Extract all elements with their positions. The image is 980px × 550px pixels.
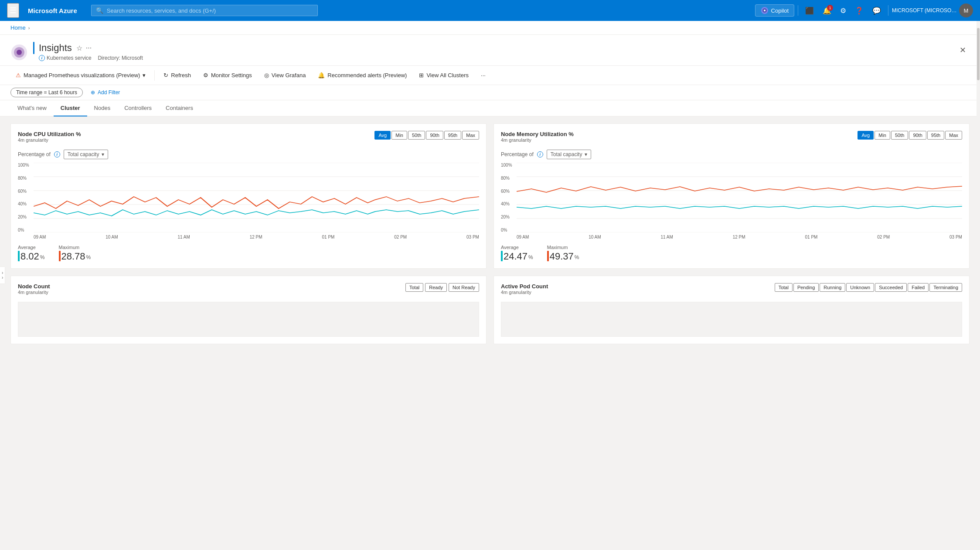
mem-y-axis: 100% 80% 60% 40% 20% 0%	[501, 163, 517, 232]
close-button[interactable]: ✕	[956, 42, 970, 58]
hamburger-menu-button[interactable]: ☰	[7, 3, 19, 18]
cpu-btn-50th[interactable]: 50th	[408, 131, 425, 140]
cpu-avg-legend: Average 8.02 %	[18, 245, 45, 261]
node-count-header: Node Count 4m granularity	[18, 283, 50, 295]
recommended-alerts-button[interactable]: 🔔 Recommended alerts (Preview)	[313, 69, 412, 81]
pod-btn-failed[interactable]: Failed	[908, 283, 929, 292]
mem-btn-90th[interactable]: 90th	[909, 131, 926, 140]
tab-cluster[interactable]: Cluster	[54, 100, 87, 116]
mem-max-label: Maximum	[547, 245, 579, 250]
pod-btn-total[interactable]: Total	[775, 283, 793, 292]
refresh-icon: ↻	[163, 72, 168, 79]
mem-btn-max[interactable]: Max	[945, 131, 962, 140]
add-filter-button[interactable]: ⊕ Add Filter	[86, 88, 124, 97]
mem-pct-dropdown[interactable]: Total capacity ▾	[547, 150, 592, 159]
memory-chart-svg	[517, 163, 962, 232]
notifications-button[interactable]: 🔔 1	[819, 3, 835, 18]
mem-btn-95th[interactable]: 95th	[927, 131, 944, 140]
favorite-button[interactable]: ☆	[76, 44, 82, 52]
mem-x-10am: 10 AM	[589, 235, 601, 239]
memory-chart-subtitle: 4m granularity	[501, 137, 574, 143]
global-search-box[interactable]: 🔍 Search resources, services, and docs (…	[91, 5, 318, 16]
monitor-settings-button[interactable]: ⚙ Monitor Settings	[198, 69, 257, 81]
scrollbar-track[interactable]	[977, 21, 980, 550]
cpu-info-icon: i	[54, 151, 60, 157]
chevron-right-icon-2: ›	[2, 275, 3, 280]
breadcrumb-home-link[interactable]: Home	[10, 24, 26, 31]
node-count-chart-area	[18, 302, 479, 337]
user-account-label: MICROSOFT (MICROSOFT.ONMI...	[892, 7, 957, 14]
pod-btn-terminating[interactable]: Terminating	[929, 283, 962, 292]
time-range-filter[interactable]: Time range = Last 6 hours	[10, 88, 83, 97]
cpu-max-unit: %	[86, 254, 91, 260]
cpu-btn-95th[interactable]: 95th	[444, 131, 461, 140]
brand-name: Microsoft Azure	[28, 7, 77, 14]
cpu-btn-90th[interactable]: 90th	[426, 131, 443, 140]
cpu-btn-avg[interactable]: Avg	[374, 131, 391, 140]
cpu-chart-legend: Average 8.02 % Maximum 28.78 %	[18, 245, 479, 261]
cpu-utilization-chart: Node CPU Utilization % 4m granularity Av…	[10, 123, 487, 269]
cpu-y-40: 40%	[18, 202, 34, 206]
settings-button[interactable]: ⚙	[837, 3, 850, 18]
cpu-x-03pm: 03 PM	[466, 235, 479, 239]
mem-y-100: 100%	[501, 163, 517, 167]
node-count-title: Node Count	[18, 283, 50, 290]
tab-nodes[interactable]: Nodes	[87, 100, 118, 116]
nav-separator-2	[888, 5, 888, 16]
directory-label: Directory: Microsoft	[98, 55, 143, 61]
toolbar-separator-1	[154, 70, 155, 81]
view-grafana-button[interactable]: ◎ View Grafana	[259, 69, 311, 81]
help-button[interactable]: ❓	[851, 3, 867, 18]
pod-btn-unknown[interactable]: Unknown	[846, 283, 874, 292]
tabs-bar: What's new Cluster Nodes Controllers Con…	[0, 100, 980, 116]
cpu-pct-dropdown[interactable]: Total capacity ▾	[64, 150, 109, 159]
title-divider	[33, 42, 34, 54]
pod-btn-pending[interactable]: Pending	[793, 283, 819, 292]
feedback-button[interactable]: 💬	[869, 3, 885, 18]
scrollbar-thumb[interactable]	[977, 28, 980, 80]
tab-nodes-label: Nodes	[94, 105, 111, 111]
svg-point-2	[764, 10, 766, 11]
pod-btn-running[interactable]: Running	[820, 283, 845, 292]
refresh-button[interactable]: ↻ Refresh	[158, 69, 196, 81]
mem-y-20: 20%	[501, 215, 517, 219]
cpu-max-value: 28.78	[61, 252, 85, 261]
user-avatar[interactable]: M	[959, 3, 973, 17]
mem-btn-50th[interactable]: 50th	[891, 131, 908, 140]
mem-btn-avg[interactable]: Avg	[858, 131, 874, 140]
active-pod-header: Active Pod Count 4m granularity	[501, 283, 548, 295]
cpu-x-02pm: 02 PM	[394, 235, 407, 239]
info-icon: i	[39, 55, 45, 61]
pod-btn-succeeded[interactable]: Succeeded	[875, 283, 907, 292]
charts-row-1: Node CPU Utilization % 4m granularity Av…	[10, 123, 970, 269]
active-pod-chart: Active Pod Count 4m granularity Total Pe…	[493, 276, 970, 344]
mem-x-01pm: 01 PM	[805, 235, 817, 239]
copilot-button[interactable]: Copilot	[755, 4, 794, 17]
cpu-y-80: 80%	[18, 176, 34, 181]
memory-chart-legend: Average 24.47 % Maximum 49.37 %	[501, 245, 962, 261]
mem-btn-min[interactable]: Min	[875, 131, 890, 140]
cpu-x-axis: 09 AM 10 AM 11 AM 12 PM 01 PM 02 PM 03 P…	[34, 235, 479, 239]
node-btn-total[interactable]: Total	[405, 283, 423, 292]
mem-x-axis: 09 AM 10 AM 11 AM 12 PM 01 PM 02 PM 03 P…	[517, 235, 962, 239]
more-options-button[interactable]: ···	[86, 44, 92, 52]
memory-chart-title: Node Memory Utilization %	[501, 131, 574, 137]
cpu-btn-min[interactable]: Min	[391, 131, 407, 140]
cloud-shell-button[interactable]: ⬛	[802, 3, 817, 18]
mem-y-0: 0%	[501, 228, 517, 232]
tab-controllers[interactable]: Controllers	[117, 100, 159, 116]
node-btn-ready[interactable]: Ready	[425, 283, 447, 292]
cpu-btn-max[interactable]: Max	[462, 131, 479, 140]
active-pod-buttons: Total Pending Running Unknown Succeeded …	[775, 283, 962, 292]
tab-containers[interactable]: Containers	[159, 100, 200, 116]
sidebar-collapse-button[interactable]: › ›	[0, 266, 5, 284]
toolbar-more-button[interactable]: ···	[476, 69, 491, 81]
clusters-icon: ⊞	[419, 72, 424, 79]
view-all-clusters-button[interactable]: ⊞ View All Clusters	[414, 69, 474, 81]
node-btn-not-ready[interactable]: Not Ready	[449, 283, 479, 292]
managed-prometheus-button[interactable]: ⚠ Managed Prometheus visualizations (Pre…	[10, 69, 151, 81]
mem-avg-bar	[501, 251, 503, 261]
cpu-chart-title: Node CPU Utilization %	[18, 131, 81, 137]
tab-whats-new[interactable]: What's new	[10, 100, 54, 116]
tab-controllers-label: Controllers	[124, 105, 152, 111]
